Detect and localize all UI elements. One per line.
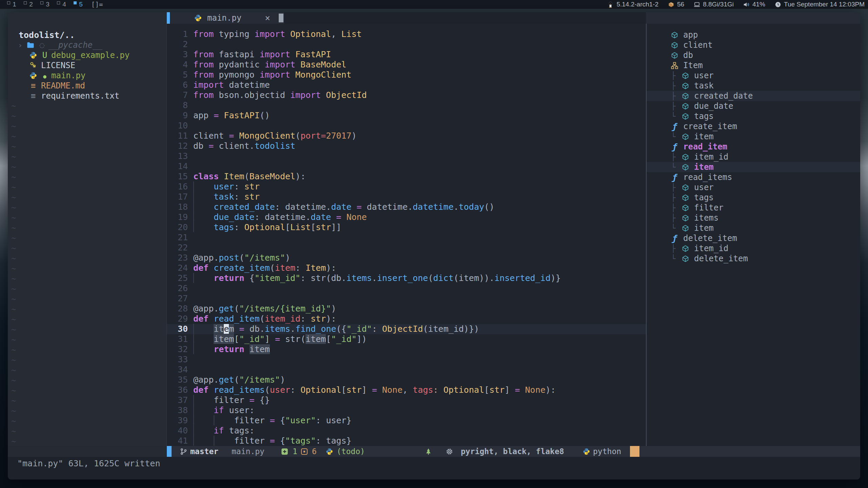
symbol-Item[interactable]: Item [647,60,860,70]
tab-main-py[interactable]: main.py × [170,12,278,24]
code-line-6[interactable]: 6import datetime [167,80,646,90]
code-line-39[interactable]: 39▏ ▏ filter = {"user": user} [167,415,646,426]
workspace-4[interactable]: 4 [53,0,70,9]
code-line-7[interactable]: 7from bson.objectid import ObjectId [167,90,646,100]
symbol-delete_item[interactable]: ƒdelete_item [647,233,860,243]
tree-item-readme-md[interactable]: ≡README.md [8,81,166,91]
symbol-tags[interactable]: ├tags [647,192,860,203]
code-line-15[interactable]: 15class Item(BaseModel): [167,171,646,182]
code-line-24[interactable]: 24def create_item(item: Item): [167,263,646,273]
symbol-created_date[interactable]: ├created_date [647,91,860,101]
code-line-34[interactable]: 34 [167,365,646,375]
code-line-36[interactable]: 36def read_items(user: Optional[str] = N… [167,385,646,395]
line-number: 29 [167,314,188,324]
symbol-item_id[interactable]: ├item_id [647,243,860,253]
code-line-1[interactable]: 1from typing import Optional, List [167,29,646,39]
tree-item-main-py[interactable]: ●main.py [8,70,166,81]
symbol-item[interactable]: └item [647,162,860,172]
code-text: from pydantic import BaseModel [193,60,347,70]
line-number: 39 [167,415,188,426]
code-line-32[interactable]: 32▏ return item [167,344,646,354]
symbol-create_item[interactable]: ƒcreate_item [647,121,860,131]
symbol-item[interactable]: └item [647,131,860,142]
code-line-27[interactable]: 27 [167,293,646,304]
symbol-task[interactable]: ├task [647,81,860,91]
code-line-5[interactable]: 5from pymongo import MongoClient [167,70,646,80]
code-text: class Item(BaseModel): [193,171,305,182]
tree-item--pycache-[interactable]: ›◌__pycache__ [8,40,166,50]
code-line-40[interactable]: 40▏ if tags: [167,426,646,436]
workspace-3[interactable]: 3 [37,0,53,9]
file-tree-panel: todolist/.. ›◌__pycache__Udebug_example.… [8,12,167,446]
code-line-20[interactable]: 20▏ tags: Optional[List[str]] [167,222,646,232]
code-line-29[interactable]: 29def read_item(item_id: str): [167,314,646,324]
symbol-item[interactable]: └item [647,223,860,233]
tab-label: main.py [207,13,241,23]
workspace-5[interactable]: 5 [70,0,86,9]
code-line-9[interactable]: 9app = FastAPI() [167,110,646,121]
symbol-app[interactable]: app [647,30,860,40]
code-line-28[interactable]: 28@app.get("/items/{item_id}") [167,304,646,314]
workspace-1[interactable]: 1 [3,0,20,9]
code-line-26[interactable]: 26 [167,283,646,293]
tree-item-debug-example-py[interactable]: Udebug_example.py [8,50,166,60]
code-line-31[interactable]: 31▏ item["_id"] = str(item["_id"]) [167,334,646,344]
code-line-33[interactable]: 33 [167,354,646,365]
line-number: 20 [167,222,188,232]
symbol-due_date[interactable]: ├due_date [647,101,860,111]
tree-connector: ├ [671,102,682,110]
text-file-icon: ≡ [29,92,37,100]
code-line-8[interactable]: 8 [167,100,646,110]
editor-panel[interactable]: 1from typing import Optional, List23from… [167,24,646,446]
symbol-read_items[interactable]: ƒread_items [647,172,860,182]
code-line-19[interactable]: 19▏ due_date: datetime.date = None [167,212,646,222]
code-line-14[interactable]: 14 [167,161,646,171]
code-line-38[interactable]: 38▏ if user: [167,405,646,415]
command-line[interactable]: "main.py" 63L, 1625C written [8,457,860,480]
python-icon [29,72,37,79]
tab-close-icon[interactable]: × [265,13,270,23]
symbol-filter[interactable]: ├filter [647,203,860,213]
tabline-cursor [279,14,283,22]
volume-icon [743,1,750,8]
code-text: ▏ return item [193,344,270,354]
code-line-10[interactable]: 10 [167,121,646,131]
code-line-16[interactable]: 16▏ user: str [167,182,646,192]
code-line-18[interactable]: 18▏ created_date: datetime.date = dateti… [167,202,646,212]
workspace-2[interactable]: 2 [20,0,37,9]
symbol-user[interactable]: ├user [647,182,860,192]
symbol-item_id[interactable]: ├item_id [647,152,860,162]
empty-line-tilde: ~ [8,162,166,172]
code-line-37[interactable]: 37▏ filter = {} [167,395,646,405]
code-line-25[interactable]: 25▏ return {"item_id": str(db.items.inse… [167,273,646,283]
tree-item-requirements-txt[interactable]: ≡requirements.txt [8,91,166,101]
variable-icon [682,194,689,201]
code-line-30[interactable]: 30▏ item = db.items.find_one({"_id": Obj… [167,324,646,334]
code-line-13[interactable]: 13 [167,151,646,161]
symbol-delete_item[interactable]: └delete_item [647,253,860,264]
symbol-tags[interactable]: └tags [647,111,860,121]
code-line-21[interactable]: 21 [167,232,646,243]
symbol-items[interactable]: ├items [647,213,860,223]
code-text: ▏ item = db.items.find_one({"_id": Objec… [193,324,479,334]
code-text: from bson.objectid import ObjectId [193,90,367,100]
symbol-client[interactable]: client [647,40,860,50]
file-tree-root[interactable]: todolist/.. [8,30,166,40]
code-line-2[interactable]: 2 [167,39,646,49]
code-line-12[interactable]: 12db = client.todolist [167,141,646,151]
code-line-41[interactable]: 41▏ ▏ filter = {"tags": tags} [167,436,646,446]
code-line-3[interactable]: 3from fastapi import FastAPI [167,49,646,60]
code-line-23[interactable]: 23@app.post("/items") [167,253,646,263]
code-line-35[interactable]: 35@app.get("/items") [167,375,646,385]
code-line-17[interactable]: 17▏ task: str [167,192,646,202]
code-line-4[interactable]: 4from pydantic import BaseModel [167,60,646,70]
tree-item-license[interactable]: LICENSE [8,60,166,70]
symbol-db[interactable]: db [647,50,860,60]
file-name: debug_example.py [51,50,130,60]
line-number: 12 [167,141,188,151]
code-line-11[interactable]: 11client = MongoClient(port=27017) [167,131,646,141]
symbol-read_item[interactable]: ƒread_item [647,142,860,152]
symbol-user[interactable]: ├user [647,70,860,81]
code-line-22[interactable]: 22 [167,243,646,253]
variable-icon [682,184,689,191]
